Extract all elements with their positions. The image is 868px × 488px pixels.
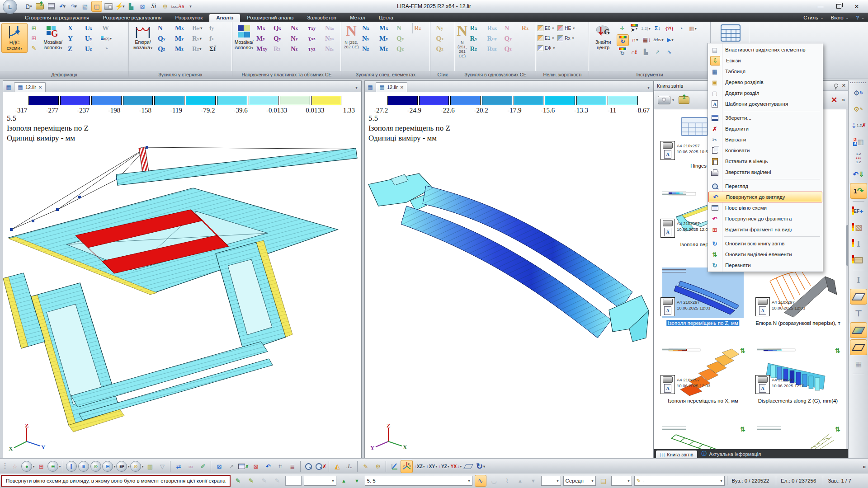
tab-advanced-analysis[interactable]: Розширений аналіз — [240, 14, 300, 22]
ef-new-icon[interactable]: EF+ — [850, 204, 867, 219]
run-analysis-icon[interactable]: ⚡▾ — [115, 1, 125, 11]
single-node-n-button[interactable]: N N (251, 261 CE) — [457, 23, 468, 58]
result-letter-Ny[interactable]: Ny — [289, 33, 306, 44]
filter-icon[interactable]: ▽ — [156, 460, 168, 473]
result-letter-Qz[interactable]: Qz — [156, 44, 173, 54]
node-numbering-icon[interactable]: 1.2•••1.2 — [850, 150, 867, 165]
steel-beam-results-icon[interactable]: I — [850, 236, 867, 251]
tab-analysis[interactable]: Аналіз — [209, 14, 240, 22]
fragment-restore-icon[interactable]: ↶ — [262, 460, 274, 473]
mesh-plate-icon[interactable]: ▦ — [850, 357, 867, 371]
menu-item-section-tree[interactable]: ▣Дерево розділів — [708, 77, 823, 88]
undo-results-icon[interactable]: ↶⇓ — [850, 167, 867, 182]
select-horizontal-elements-icon[interactable]: ≡ — [78, 460, 89, 473]
result-letter-Rz[interactable]: Rz▾ — [191, 44, 207, 54]
masonry-results-icon[interactable] — [850, 253, 867, 267]
return-to-view-icon[interactable]: 1↷ — [850, 183, 867, 199]
view-axonometric-icon[interactable]: ZYX — [401, 460, 413, 473]
undo-icon[interactable]: ↶▾ — [57, 1, 67, 11]
numbering-icon[interactable]: 1,2)▾ — [640, 23, 651, 34]
fragment-hide-selected-icon[interactable]: ⊠ — [213, 460, 225, 473]
delete-results-icon[interactable]: ⇣1,2✗ — [850, 118, 867, 133]
wave-tool-icon[interactable]: ∿ — [664, 47, 675, 57]
result-letter-Ux[interactable]: Ux — [84, 23, 100, 33]
tab-calculation[interactable]: Розрахунок — [168, 14, 209, 22]
scale-refresh-icon[interactable]: ↻ — [617, 34, 629, 46]
result-letter-Z[interactable]: Z — [66, 44, 83, 54]
tab-close-icon[interactable]: ✕ — [38, 85, 42, 90]
next-load-icon[interactable]: ▼ — [352, 475, 363, 486]
prev-load-icon[interactable]: ▲ — [339, 475, 349, 486]
result-letter-My[interactable]: My — [174, 33, 190, 44]
result-letter-Qy[interactable]: Qy — [272, 33, 288, 44]
report-item-partial-left[interactable]: ⇅ — [658, 425, 748, 449]
menu-item-new-scheme-window[interactable]: Нове вікно схеми — [708, 202, 823, 213]
he-button[interactable]: НЕ▾ — [557, 23, 575, 33]
down-toggle-icon[interactable]: ▼ — [528, 475, 539, 486]
result-letter-Mxy[interactable]: Mxy — [255, 44, 271, 54]
brush-selection-icon[interactable]: ✐ — [197, 460, 208, 473]
result-letter-Uy[interactable]: Uy — [84, 33, 100, 44]
result-letter-My[interactable]: My — [378, 33, 394, 44]
tab-brick[interactable]: Цегла — [372, 14, 400, 22]
result-letter-Rz[interactable]: Rz — [413, 23, 429, 33]
load-scheme-icon[interactable]: ▙ — [640, 47, 651, 57]
result-letter-Qy[interactable]: Qy — [156, 33, 173, 44]
result-letter-Ny[interactable]: Ny — [435, 23, 451, 33]
select-nodes-icon[interactable]: ●▾ — [21, 460, 34, 473]
measure-length-icon[interactable]: .L. — [344, 460, 355, 473]
result-letter-Mz[interactable]: Mz — [378, 44, 394, 54]
panel-close-icon[interactable]: ✕ — [842, 83, 846, 89]
up-toggle-icon[interactable]: ▲ — [515, 475, 526, 486]
app-logo-icon[interactable]: L — [3, 0, 17, 14]
tab-create-edit[interactable]: Створення та редагування — [18, 14, 96, 22]
view-yx-icon[interactable]: YX↕▾ — [450, 460, 462, 473]
rotate-view-icon[interactable]: ↻▾ — [475, 460, 486, 473]
view-xy-icon[interactable]: ↑XY▾ — [426, 460, 437, 473]
select-polygon-icon[interactable]: ☆ — [9, 460, 20, 473]
result-letter-Ry[interactable]: Ry▾ — [191, 33, 207, 44]
result-letter-Rz[interactable]: Rz — [272, 44, 288, 54]
e0-button[interactable]: Е0▾ — [538, 23, 554, 33]
select-vertical-elements-icon[interactable]: ∥ — [66, 460, 77, 473]
delta-hs-icon[interactable]: Δ∕hs▾ — [653, 34, 664, 45]
screenshot-camera-icon[interactable] — [104, 1, 113, 11]
report-book-icon[interactable]: ◫ — [91, 1, 102, 12]
result-letter-Qz[interactable]: Qz — [395, 44, 411, 54]
menu-item-mark-fragment[interactable]: ⊞Відмітити фрагмент на виді — [708, 224, 823, 235]
graph-tool-icon[interactable]: ↗ — [652, 47, 663, 57]
menu-item-add-section[interactable]: ▢Додати розділ — [708, 88, 823, 99]
menu-item-cut[interactable]: ✂Вирізати — [708, 134, 823, 145]
deformed-scheme-icon[interactable]: ⊞ — [28, 33, 39, 43]
legend-icon[interactable]: ▤ — [598, 475, 609, 486]
rod-section-icon[interactable]: I — [850, 272, 867, 287]
undo-disabled-icon[interactable]: ✎ — [259, 475, 270, 486]
model-3d-icon[interactable]: ▧ — [80, 1, 90, 11]
result-letter-fy[interactable]: fy — [208, 23, 224, 33]
result-letter-Mz[interactable]: Mz — [174, 44, 190, 54]
result-letter-fz[interactable]: fz — [208, 33, 224, 44]
box-section-icon[interactable] — [850, 322, 867, 338]
result-letter-N[interactable]: N — [395, 23, 411, 33]
result-letter-Rux[interactable]: Rux — [486, 23, 502, 33]
view-isometric-icon[interactable] — [388, 460, 400, 473]
stopwatch-icon[interactable]: ◔ — [675, 23, 687, 34]
si-units-icon[interactable]: Si — [149, 1, 159, 11]
volume-cube-icon[interactable]: ▧ — [850, 220, 867, 235]
result-letter-Ny[interactable]: Ny — [361, 33, 377, 44]
menu-item-doc-templates[interactable]: AШаблони документування — [708, 99, 823, 109]
scale-refresh-2-icon[interactable]: ↻ — [617, 47, 628, 57]
result-letter-Y[interactable]: Y — [66, 33, 83, 44]
import-report-icon[interactable] — [679, 96, 689, 104]
mosaic-load-icon[interactable]: ▦↓ — [641, 34, 652, 45]
extra-combo[interactable]: ▾ — [611, 476, 632, 486]
sketch-settings-icon[interactable]: ⚙✎ — [850, 102, 867, 117]
sphere-view-icon[interactable]: ◔ — [101, 43, 112, 53]
ef-button[interactable]: ЕФ▾ — [538, 43, 555, 53]
viewport-left-tab[interactable]: ▦ 12.lir ✕ — [14, 82, 46, 92]
menu-item-table[interactable]: ▦Таблиця — [708, 66, 823, 77]
results-3d-icon[interactable]: ▙ — [126, 1, 136, 11]
result-letter-Ry[interactable]: Ry — [469, 33, 485, 44]
check-flags-icon[interactable]: {?!} — [664, 23, 675, 34]
select-grid-icon[interactable]: ⊞▾ — [102, 460, 115, 473]
